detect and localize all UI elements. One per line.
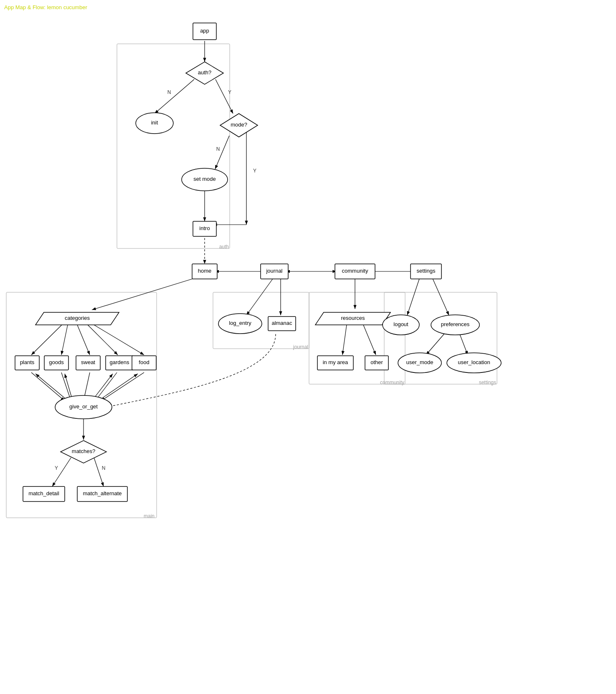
resources-label: resources — [341, 315, 365, 321]
food-to-gog — [101, 372, 144, 401]
matches-n-label: N — [102, 465, 106, 471]
mode-to-setmode — [215, 136, 229, 169]
usermode-label: user_mode — [406, 359, 433, 365]
auth-group-label: auth — [219, 244, 229, 250]
plants-to-gog — [31, 372, 65, 401]
matchalternate-label: match_alternate — [83, 490, 122, 496]
userlocation-label: user_location — [458, 359, 490, 365]
auth-decision-label: auth? — [198, 69, 212, 76]
journal-group-label: journal — [293, 344, 308, 350]
resources-to-inmyarea — [342, 325, 347, 355]
cats-to-plants — [31, 325, 62, 355]
gardens-label: gardens — [110, 359, 129, 365]
categories-label: categories — [65, 315, 90, 321]
sweat-label: sweat — [81, 359, 95, 365]
main-group-label: main — [144, 513, 155, 519]
auth-to-mode — [215, 79, 233, 114]
cats-to-gardens — [88, 325, 118, 355]
matches-y-label: Y — [55, 465, 58, 471]
food-label: food — [139, 359, 149, 365]
mode-n-label: N — [216, 146, 220, 152]
plants-label: plants — [20, 359, 35, 365]
home-label: home — [198, 268, 212, 274]
auth-to-init — [155, 79, 194, 114]
gog-to-food — [98, 374, 138, 401]
matches-to-matchalt — [94, 458, 104, 486]
matches-to-matchdetail — [52, 458, 71, 486]
almanac-label: almanac — [271, 320, 292, 326]
inmyarea-label: in my area — [323, 359, 348, 365]
almanac-to-gog-dashed — [106, 334, 276, 407]
preferences-label: preferences — [441, 321, 470, 327]
matchdetail-label: match_detail — [28, 490, 59, 496]
mode-decision-label: mode? — [231, 122, 247, 128]
app-label: app — [200, 28, 209, 34]
logentry-label: log_entry — [229, 320, 251, 326]
goods-label: goods — [49, 359, 64, 365]
journal-to-logentry — [246, 278, 274, 315]
cats-to-goods — [61, 325, 68, 355]
logout-label: logout — [393, 321, 408, 327]
community-label: community — [342, 268, 368, 274]
other-label: other — [370, 359, 383, 365]
settings-group-label: settings — [479, 380, 496, 385]
auth-y-label: Y — [228, 89, 231, 95]
settings-label: settings — [417, 268, 436, 274]
giveorget-label: give_or_get — [69, 403, 98, 410]
gardens-to-gog — [95, 372, 117, 401]
auth-n-label: N — [167, 89, 171, 95]
setmode-label: set mode — [193, 176, 215, 182]
community-group — [309, 292, 405, 384]
cats-to-food — [94, 325, 144, 355]
settings-to-preferences — [432, 278, 449, 315]
community-group-label: community — [380, 380, 404, 385]
cats-to-sweat — [77, 325, 90, 355]
journal-label: journal — [266, 268, 282, 274]
mode-y-label: Y — [253, 168, 256, 174]
home-to-categories — [92, 278, 196, 310]
prefs-to-userloc — [459, 333, 468, 355]
init-label: init — [151, 119, 158, 126]
prefs-to-usermode — [426, 333, 445, 355]
settings-to-logout — [407, 278, 420, 315]
intro-label: intro — [199, 225, 210, 231]
resources-to-other — [363, 325, 376, 355]
matches-decision-label: matches? — [72, 448, 95, 454]
